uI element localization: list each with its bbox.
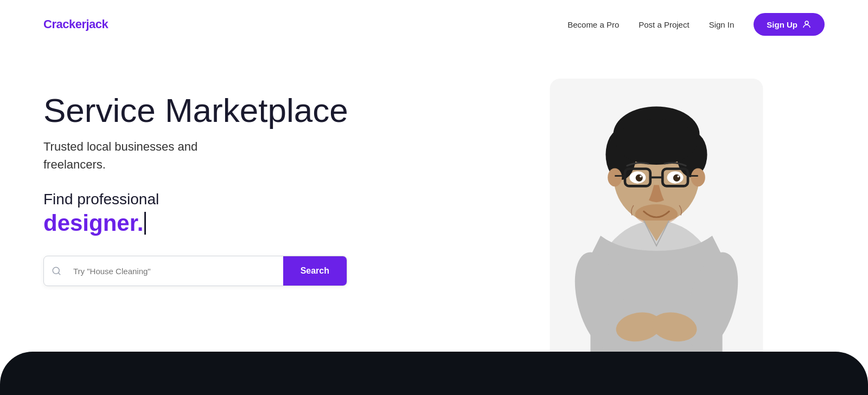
hero-image-area	[445, 49, 868, 395]
hero-title: Service Marketplace	[43, 92, 348, 129]
text-cursor	[144, 212, 146, 235]
search-button[interactable]: Search	[283, 256, 347, 286]
bottom-strip	[0, 352, 868, 395]
nav-links: Become a Pro Post a Project Sign In Sign…	[567, 13, 825, 36]
search-input[interactable]	[69, 257, 283, 286]
svg-point-12	[691, 169, 705, 187]
animated-profession: designer.	[43, 210, 348, 236]
svg-point-11	[608, 169, 622, 187]
hero-subtitle: Trusted local businesses and freelancers…	[43, 138, 348, 173]
find-professional-text: Find professional	[43, 191, 348, 208]
nav-become-pro[interactable]: Become a Pro	[567, 20, 619, 29]
hero-person-image	[542, 79, 770, 393]
svg-point-21	[673, 174, 680, 182]
nav-post-project[interactable]: Post a Project	[639, 20, 689, 29]
logo[interactable]: Crackerjack	[43, 17, 108, 31]
profession-word: designer.	[43, 210, 143, 236]
svg-point-10	[616, 119, 697, 165]
nav-sign-in[interactable]: Sign In	[709, 20, 735, 29]
hero-subtitle-line1: Trusted local businesses and	[43, 140, 197, 153]
logo-text: Crackerjack	[43, 17, 108, 31]
signup-button[interactable]: Sign Up	[754, 13, 825, 36]
hero-content: Service Marketplace Trusted local busine…	[43, 70, 348, 286]
svg-line-2	[58, 273, 60, 275]
svg-point-0	[805, 21, 808, 24]
hero-section: Service Marketplace Trusted local busine…	[0, 49, 868, 395]
search-icon-wrapper	[44, 266, 69, 276]
navbar: Crackerjack Become a Pro Post a Project …	[0, 0, 868, 49]
search-bar: Search	[43, 256, 347, 286]
hero-subtitle-line2: freelancers.	[43, 158, 106, 171]
signup-label: Sign Up	[767, 20, 797, 29]
svg-point-22	[640, 176, 642, 178]
svg-point-23	[677, 176, 679, 178]
search-icon	[52, 266, 61, 276]
user-icon	[802, 20, 812, 29]
svg-point-20	[636, 174, 643, 182]
